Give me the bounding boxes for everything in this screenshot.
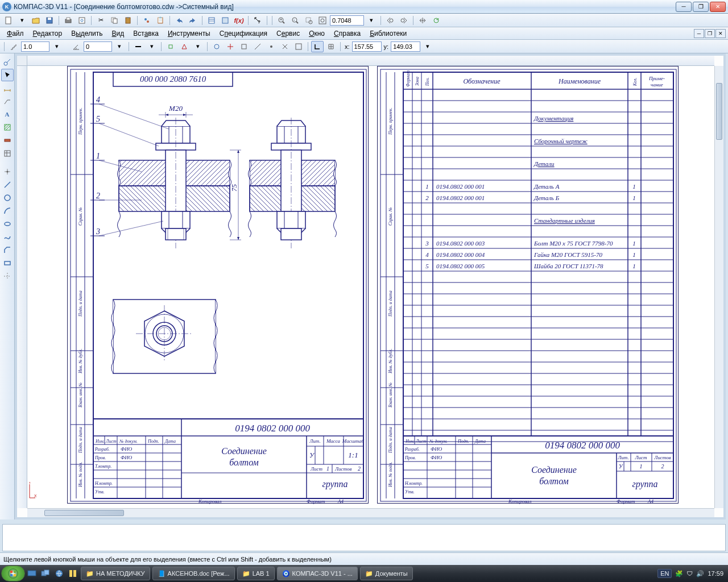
- ql-desktop[interactable]: [25, 567, 39, 580]
- zoom-in-button[interactable]: +: [275, 15, 288, 26]
- ruler-horizontal[interactable]: [27, 56, 714, 66]
- spec2-button[interactable]: [219, 15, 231, 26]
- taskbar-item[interactable]: 📁LAB 1: [237, 567, 275, 580]
- taskbar-item[interactable]: 📘АКСЕНОВ.doc [Реж...: [152, 567, 235, 580]
- snap-end-button[interactable]: [164, 41, 177, 52]
- menu-insert[interactable]: Вставка: [129, 28, 163, 39]
- print-button[interactable]: [62, 15, 75, 26]
- canvas-area[interactable]: Y X: [17, 56, 723, 517]
- pan-button[interactable]: [416, 15, 429, 26]
- tool-leader[interactable]: [1, 95, 14, 107]
- paste-button[interactable]: [122, 15, 134, 26]
- zoom-window-button[interactable]: [303, 15, 315, 26]
- tool-a[interactable]: [140, 15, 153, 26]
- menu-lib[interactable]: Библиотеки: [365, 28, 411, 39]
- fx-button[interactable]: f(x): [233, 15, 245, 26]
- tool-table[interactable]: [1, 147, 14, 160]
- zoom-input[interactable]: [330, 15, 364, 26]
- tool-hatch[interactable]: [1, 121, 14, 134]
- tool-point[interactable]: [1, 165, 14, 178]
- style-button[interactable]: [132, 41, 144, 52]
- menu-edit[interactable]: Редактор: [28, 28, 67, 39]
- tool-geom[interactable]: [1, 56, 14, 68]
- refresh-button[interactable]: [430, 15, 442, 26]
- spec-button[interactable]: [205, 15, 218, 26]
- ql-switch[interactable]: [39, 567, 52, 580]
- system-tray[interactable]: EN 🧩 🛡 🔊 17:59: [654, 569, 727, 578]
- mdi-restore[interactable]: ❐: [705, 29, 715, 38]
- snap-d[interactable]: [251, 41, 264, 52]
- step-input[interactable]: [21, 41, 49, 52]
- mdi-close[interactable]: ✕: [715, 29, 726, 38]
- menu-spec[interactable]: Спецификация: [215, 28, 272, 39]
- snap-mid-button[interactable]: [178, 41, 191, 52]
- angle-input[interactable]: [84, 41, 112, 52]
- redo-button[interactable]: [187, 15, 199, 26]
- snap-dropdown[interactable]: ▾: [192, 41, 204, 52]
- tool-select[interactable]: [1, 69, 14, 81]
- ruler-vertical[interactable]: [17, 66, 27, 508]
- minimize-button[interactable]: ─: [676, 2, 692, 12]
- save-button[interactable]: [43, 15, 56, 26]
- step-icon[interactable]: [7, 41, 20, 52]
- zoom-prev-button[interactable]: [384, 15, 396, 26]
- maximize-button[interactable]: ❐: [693, 2, 709, 12]
- tray-icon[interactable]: 🔊: [696, 570, 704, 577]
- ql-tc[interactable]: [66, 567, 80, 580]
- scrollbar-vertical[interactable]: [714, 66, 723, 508]
- snap-f[interactable]: [279, 41, 291, 52]
- snap-b[interactable]: [224, 41, 237, 52]
- drawing-sheet-spec[interactable]: Перв. примен. Справ. № Подп. и дата Инв.…: [377, 66, 679, 504]
- cut-button[interactable]: ✂: [94, 15, 107, 26]
- coord-y-input[interactable]: [391, 41, 420, 52]
- ql-ie[interactable]: [52, 567, 66, 580]
- tray-icon[interactable]: 🧩: [675, 570, 683, 577]
- tray-clock[interactable]: 17:59: [708, 570, 723, 577]
- tool-ellipse[interactable]: [1, 218, 14, 230]
- snap-g[interactable]: [292, 41, 305, 52]
- lang-indicator[interactable]: EN: [657, 569, 672, 578]
- tool-spline[interactable]: [1, 231, 14, 243]
- tool-edit[interactable]: [1, 134, 14, 147]
- menu-file[interactable]: Файл: [2, 28, 28, 39]
- taskbar-item[interactable]: 📁Документы: [360, 567, 413, 580]
- open-button[interactable]: [30, 15, 42, 26]
- coord-dropdown[interactable]: ▾: [421, 41, 434, 52]
- tray-icon[interactable]: 🛡: [686, 570, 693, 577]
- zoom-next-button[interactable]: [398, 15, 410, 26]
- ortho-button[interactable]: [311, 41, 324, 52]
- taskbar-item[interactable]: 📁НА МЕТОДИЧКУ: [81, 567, 150, 580]
- tool-b[interactable]: 📋: [154, 15, 167, 26]
- zoom-dropdown[interactable]: ▾: [365, 15, 378, 26]
- tool-line[interactable]: [1, 178, 14, 191]
- angle-dropdown[interactable]: ▾: [113, 41, 126, 52]
- snap-c[interactable]: [238, 41, 250, 52]
- new-dropdown[interactable]: ▾: [16, 15, 28, 26]
- drawing-sheet-assembly[interactable]: 000 000 2080 7610 Перв. примен. Справ. №…: [67, 66, 369, 504]
- scrollbar-horizontal[interactable]: [27, 508, 714, 517]
- tool-circle[interactable]: [1, 192, 14, 204]
- menu-view[interactable]: Вид: [107, 28, 129, 39]
- coord-x-input[interactable]: [352, 41, 382, 52]
- menu-window[interactable]: Окно: [304, 28, 329, 39]
- copy-button[interactable]: [108, 15, 121, 26]
- snap-e[interactable]: [265, 41, 278, 52]
- paper-area[interactable]: Y X: [27, 66, 714, 508]
- tool-assist[interactable]: [1, 270, 14, 282]
- new-button[interactable]: [2, 15, 15, 26]
- menu-help[interactable]: Справка: [329, 28, 365, 39]
- help-button[interactable]: ?: [251, 15, 264, 26]
- tool-dim[interactable]: [1, 82, 14, 94]
- preview-button[interactable]: [76, 15, 88, 26]
- tool-rect[interactable]: [1, 257, 14, 269]
- menu-tools[interactable]: Инструменты: [163, 28, 215, 39]
- menu-select[interactable]: Выделить: [67, 28, 107, 39]
- undo-button[interactable]: [173, 15, 185, 26]
- zoom-out-button[interactable]: -: [289, 15, 301, 26]
- snap-a[interactable]: [210, 41, 223, 52]
- close-button[interactable]: ✕: [710, 2, 726, 12]
- tool-arc[interactable]: [1, 205, 14, 217]
- grid-button[interactable]: [325, 41, 337, 52]
- style-dropdown[interactable]: ▾: [146, 41, 158, 52]
- angle-icon[interactable]: [70, 41, 82, 52]
